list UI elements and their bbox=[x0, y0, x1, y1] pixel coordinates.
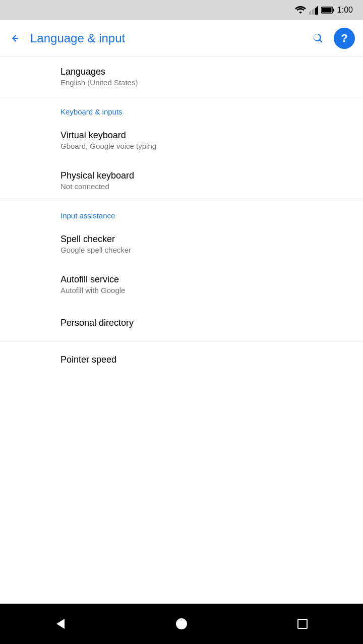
app-bar: Language & input ? bbox=[0, 20, 363, 56]
virtual-keyboard-subtitle: Gboard, Google voice typing bbox=[60, 142, 327, 150]
signal-icon bbox=[309, 6, 318, 15]
virtual-keyboard-item[interactable]: Virtual keyboard Gboard, Google voice ty… bbox=[0, 120, 363, 160]
page-title: Language & input bbox=[30, 31, 302, 45]
languages-item[interactable]: Languages English (United States) bbox=[0, 56, 363, 97]
pointer-speed-item[interactable]: Pointer speed bbox=[0, 341, 363, 378]
spell-checker-title: Spell checker bbox=[60, 234, 327, 245]
physical-keyboard-subtitle: Not connected bbox=[60, 182, 327, 191]
svg-marker-1 bbox=[312, 8, 315, 15]
svg-marker-6 bbox=[56, 619, 65, 629]
nav-home-button[interactable] bbox=[166, 609, 197, 639]
languages-title: Languages bbox=[60, 67, 327, 77]
languages-subtitle: English (United States) bbox=[60, 78, 327, 87]
status-icons: 1:00 bbox=[295, 6, 353, 15]
autofill-service-subtitle: Autofill with Google bbox=[60, 286, 327, 295]
personal-directory-title: Personal directory bbox=[60, 318, 327, 328]
nav-back-button[interactable] bbox=[45, 609, 76, 639]
svg-rect-5 bbox=[333, 9, 334, 12]
help-button[interactable]: ? bbox=[334, 28, 355, 49]
pointer-speed-title: Pointer speed bbox=[60, 355, 327, 365]
autofill-service-title: Autofill service bbox=[60, 274, 327, 285]
nav-bar bbox=[0, 604, 363, 644]
spell-checker-item[interactable]: Spell checker Google spell checker bbox=[0, 224, 363, 264]
battery-icon bbox=[321, 7, 334, 14]
spell-checker-subtitle: Google spell checker bbox=[60, 246, 327, 254]
physical-keyboard-item[interactable]: Physical keyboard Not connected bbox=[0, 160, 363, 201]
wifi-icon bbox=[295, 6, 306, 15]
keyboard-section-header: Keyboard & inputs bbox=[0, 97, 363, 120]
svg-rect-4 bbox=[322, 8, 331, 13]
svg-marker-2 bbox=[309, 11, 311, 15]
input-assistance-section-header: Input assistance bbox=[0, 201, 363, 224]
personal-directory-item[interactable]: Personal directory bbox=[0, 305, 363, 341]
svg-rect-8 bbox=[298, 619, 307, 628]
virtual-keyboard-title: Virtual keyboard bbox=[60, 130, 327, 141]
status-bar: 1:00 bbox=[0, 0, 363, 20]
search-button[interactable] bbox=[311, 31, 326, 46]
status-time: 1:00 bbox=[337, 6, 353, 15]
back-button[interactable] bbox=[8, 31, 22, 45]
app-bar-actions: ? bbox=[311, 28, 355, 49]
nav-recent-button[interactable] bbox=[287, 609, 318, 639]
physical-keyboard-title: Physical keyboard bbox=[60, 170, 327, 181]
svg-marker-0 bbox=[315, 6, 318, 15]
content: Languages English (United States) Keyboa… bbox=[0, 56, 363, 604]
svg-point-7 bbox=[176, 618, 187, 629]
autofill-service-item[interactable]: Autofill service Autofill with Google bbox=[0, 264, 363, 305]
